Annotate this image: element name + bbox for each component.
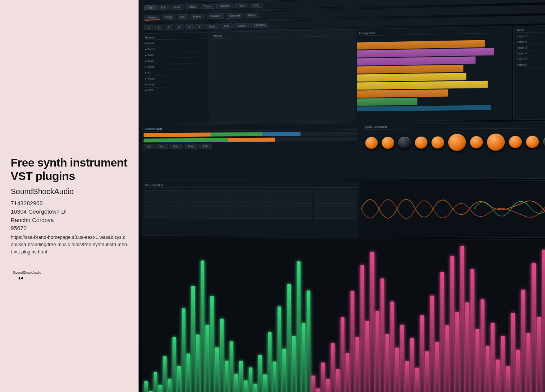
spectrum-bar (361, 265, 364, 392)
channel-rack-title: Channel Rack (144, 125, 357, 132)
waveform-icon (361, 181, 545, 238)
spectrum-bar (537, 317, 541, 392)
browser-title: Browser (144, 34, 206, 40)
browser-panel: Browser ▸ Packs▸ Drums▸ Bass▸ Keys▸ Synt… (142, 32, 208, 123)
fx-pads-panel: FX – Pad Slots (142, 181, 359, 237)
param-chip: Send (170, 144, 183, 149)
spectrum-bar (420, 315, 424, 392)
spectrum-bar (501, 336, 505, 392)
synth-panel: Synth – Oscillator (361, 121, 545, 179)
spectrum-bar (234, 374, 238, 392)
spectrum-bar (465, 302, 469, 392)
spectrum-bar (395, 348, 399, 392)
spectrum-bar (230, 341, 233, 392)
mixer-insert-item: Insert 5 (516, 56, 545, 62)
spectrum-bar (435, 342, 439, 392)
source-url: https://ssa-brand-homepage.s3.us-east-1.… (11, 234, 128, 255)
knob-icon (382, 137, 394, 149)
spectrum-bar (163, 356, 166, 392)
spectrum-bar (168, 379, 171, 392)
pad-slot (314, 190, 356, 204)
toolbar-chip: 1 (144, 25, 153, 30)
mixer-insert-item: Insert 6 (516, 61, 545, 68)
workspace-grid: Browser ▸ Packs▸ Drums▸ Bass▸ Keys▸ Synt… (142, 24, 545, 123)
spectrum-bar (522, 290, 525, 392)
level-meter (144, 131, 357, 137)
toolbar-chip: 120 BPM (250, 23, 269, 28)
browser-item: ▸ MIDI (144, 87, 206, 94)
param-chip: Solo (199, 144, 212, 149)
phone-number: 7143282966 (11, 199, 128, 207)
spectrum-bar (321, 363, 325, 392)
knob-icon (543, 136, 545, 148)
spectrum-bar (370, 252, 374, 392)
spectrum-bar (542, 250, 545, 392)
playlist-title: Playlist (212, 31, 351, 39)
spectrum-bar (506, 366, 510, 392)
pad-slot (228, 190, 269, 203)
address-line: 10304 Georgetown Dr (11, 207, 128, 216)
mixer-insert-item: Insert 1 (516, 32, 545, 39)
spectrum-bar (405, 361, 409, 392)
mixer-side-panel: Mixer Insert 1Insert 2Insert 3Insert 4In… (513, 24, 545, 120)
playlist-panel: Playlist (210, 29, 353, 122)
spectrum-bar (511, 313, 515, 392)
spectrum-bar (292, 336, 296, 392)
pad-slot (145, 190, 185, 204)
zip-line: 95670 (11, 224, 128, 232)
spectrum-bar (158, 385, 162, 392)
spectrum-bar (455, 312, 459, 392)
spectrum-bar (430, 296, 434, 392)
channel-rack-panel: Channel Rack Vol Pan Send Mute Solo (142, 123, 359, 180)
toolbar-chip: View (171, 4, 184, 10)
spectrum-bar (263, 374, 266, 392)
spectrum-bar (445, 325, 449, 392)
spectrum-bar (258, 355, 262, 392)
spectrum-bar (470, 270, 474, 392)
toolbar-chip: Insert (185, 4, 199, 9)
spectrum-bar (346, 353, 349, 392)
info-sidebar: Free synth instrument VST plugins SoundS… (0, 0, 139, 392)
spectrum-bar (225, 361, 228, 392)
media-icon: ▮◀ (11, 276, 128, 280)
knob-icon (470, 136, 483, 149)
spectrum-bar (356, 337, 359, 392)
toolbar-chip: Master (190, 14, 206, 20)
spectrum-bar (491, 323, 495, 392)
mixer-insert-item: Insert 4 (516, 50, 545, 57)
spectrum-bar (366, 321, 369, 392)
spectrum-bar (268, 332, 271, 392)
knob-icon (509, 136, 522, 148)
daw-screenshot: FileEditViewInsertTrackOptionsToolsHelp … (139, 0, 545, 392)
spectrum-bar (302, 323, 305, 392)
pad-slot (228, 205, 269, 219)
spectrum-bar (210, 296, 214, 392)
toolbar-chip: 5 (185, 24, 194, 29)
waveform-row: FX – Pad Slots (142, 180, 545, 238)
spectrum-bar (244, 380, 247, 392)
toolbar-chip: Help (250, 3, 263, 8)
spectrum-bar (187, 353, 190, 392)
toolbar-chip: Options (216, 3, 233, 8)
spectrum-bar (486, 346, 490, 392)
spectrum-bar (390, 302, 394, 392)
track-clip (357, 73, 466, 82)
synth-title: Synth – Oscillator (363, 123, 545, 130)
toolbar-chip: Browser (207, 13, 224, 19)
pad-slot (271, 190, 312, 203)
spectrum-bar (191, 286, 195, 392)
spectrum-bar (312, 375, 315, 392)
spectrum-bar (196, 334, 200, 392)
spectrum-bar (496, 359, 500, 392)
spectrum-bar (400, 325, 404, 392)
track-clip (357, 56, 475, 65)
spectrum-bar (287, 284, 291, 392)
spectrum-bar (440, 272, 444, 392)
page-title: Free synth instrument VST plugins (11, 156, 128, 183)
knob-icon (365, 137, 377, 149)
spectrum-bar (516, 350, 520, 392)
knob-icon (398, 137, 411, 149)
pad-slot (271, 205, 312, 219)
toolbar-chip: 4 (175, 24, 183, 30)
spectrum-bar (173, 337, 176, 392)
